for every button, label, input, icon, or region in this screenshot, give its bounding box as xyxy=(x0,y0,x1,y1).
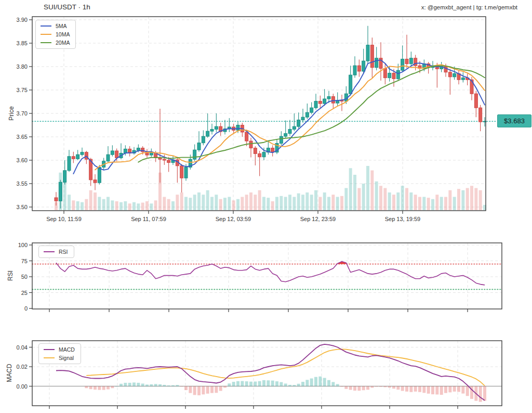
macd-histogram-bar xyxy=(457,386,460,392)
volume-bar xyxy=(94,192,97,210)
volume-bar xyxy=(349,168,352,210)
macd-histogram-bar xyxy=(145,384,149,386)
macd-histogram-bar xyxy=(254,382,257,386)
macd-histogram-bar xyxy=(85,386,88,389)
macd-histogram-bar xyxy=(349,386,352,390)
volume-bar xyxy=(388,192,391,210)
macd-histogram-bar xyxy=(405,386,408,392)
candle-body xyxy=(288,130,291,134)
macd-histogram-bar xyxy=(292,385,296,386)
candle-body xyxy=(59,182,62,201)
candle-body xyxy=(396,70,400,79)
candle-body xyxy=(453,74,456,77)
volume-bar xyxy=(409,192,413,210)
volume-bar xyxy=(288,195,291,210)
legend-item-5ma: 5MA xyxy=(41,23,70,29)
macd-histogram-bar xyxy=(323,378,326,386)
candle-body xyxy=(236,125,240,131)
volume-bar xyxy=(184,197,188,211)
ma10-line-swatch xyxy=(41,34,51,35)
volume-bar xyxy=(124,201,127,210)
candle-body xyxy=(357,66,361,71)
volume-bar xyxy=(102,199,105,210)
volume-bar xyxy=(228,197,231,211)
candle-body xyxy=(167,160,170,163)
macd-histogram-bar xyxy=(280,382,283,386)
macd-histogram-bar xyxy=(215,386,218,393)
candle-body xyxy=(111,151,114,154)
macd-histogram-bar xyxy=(193,386,196,395)
volume-bar xyxy=(206,190,209,210)
macd-histogram-bar xyxy=(210,386,214,393)
ma5-line-swatch xyxy=(41,25,51,27)
volume-bar xyxy=(163,197,166,211)
macd-histogram-bar xyxy=(119,384,123,386)
legend-item-macd: MACD xyxy=(44,346,75,353)
macd-histogram-bar xyxy=(353,386,356,391)
candle-body xyxy=(305,112,309,117)
macd-histogram-bar xyxy=(163,385,166,386)
volume-bar xyxy=(254,195,257,210)
candle-body xyxy=(197,143,201,150)
macd-histogram-bar xyxy=(466,386,469,396)
macd-histogram-bar xyxy=(267,380,270,386)
macd-histogram-bar xyxy=(431,386,434,395)
candle-body xyxy=(375,58,378,68)
y-tick-label: 100 xyxy=(18,242,28,248)
macd-histogram-bar xyxy=(479,386,482,402)
candle-body xyxy=(254,148,257,154)
legend-label-signal: Signal xyxy=(59,355,74,361)
candle-body xyxy=(206,131,209,136)
candle-body xyxy=(210,130,214,132)
macd-histogram-bar xyxy=(414,386,417,392)
volume-bar xyxy=(154,200,157,210)
volume-bar xyxy=(81,202,84,210)
volume-bar xyxy=(336,197,339,211)
volume-bar xyxy=(461,190,464,210)
macd-histogram-bar xyxy=(107,386,110,390)
volume-bar xyxy=(241,197,244,211)
candle-body xyxy=(137,148,140,151)
volume-bar xyxy=(223,198,227,210)
x-tick-label: Sep 12, 23:59 xyxy=(300,216,336,222)
y-tick-label: 0.00 xyxy=(17,383,28,390)
legend-label-macd: MACD xyxy=(59,346,75,353)
macd-histogram-bar xyxy=(154,384,157,386)
volume-bar xyxy=(466,188,469,211)
macd-histogram-bar xyxy=(288,385,291,386)
macd-histogram-bar xyxy=(228,383,231,386)
volume-bar xyxy=(362,184,365,210)
macd-histogram-bar xyxy=(440,386,443,395)
volume-bar xyxy=(111,200,114,210)
volume-bar xyxy=(392,195,395,210)
volume-bar xyxy=(318,197,322,211)
ma-line xyxy=(95,65,485,170)
macd-histogram-bar xyxy=(98,386,101,390)
candle-body xyxy=(292,126,296,129)
legend-item-20ma: 20MA xyxy=(41,40,70,46)
macd-histogram-bar xyxy=(202,386,205,395)
legend-item-10ma: 10MA xyxy=(41,31,70,37)
volume-bar xyxy=(344,188,348,211)
candle-body xyxy=(63,171,66,183)
macd-histogram-bar xyxy=(132,382,136,386)
volume-bar xyxy=(137,203,140,210)
volume-bar xyxy=(448,190,451,210)
macd-histogram-bar xyxy=(357,386,361,391)
volume-bar xyxy=(150,203,153,210)
trading-chart-page: 3.503.553.603.653.703.753.803.853.90Sep … xyxy=(0,0,532,413)
y-tick-label: 3.80 xyxy=(17,63,28,70)
candle-body xyxy=(314,101,317,108)
macd-histogram-bar xyxy=(245,381,248,386)
volume-bar xyxy=(180,192,183,210)
volume-bar xyxy=(370,171,374,211)
macd-histogram-bar xyxy=(331,382,335,386)
candle-body xyxy=(331,97,335,104)
candle-body xyxy=(85,152,88,160)
volume-bar xyxy=(284,197,287,211)
macd-histogram-bar xyxy=(318,377,322,386)
volume-bar xyxy=(258,190,261,210)
x-tick-label: Sep 10, 11:59 xyxy=(46,216,82,222)
volume-bar xyxy=(379,186,382,210)
candle-body xyxy=(401,59,404,71)
